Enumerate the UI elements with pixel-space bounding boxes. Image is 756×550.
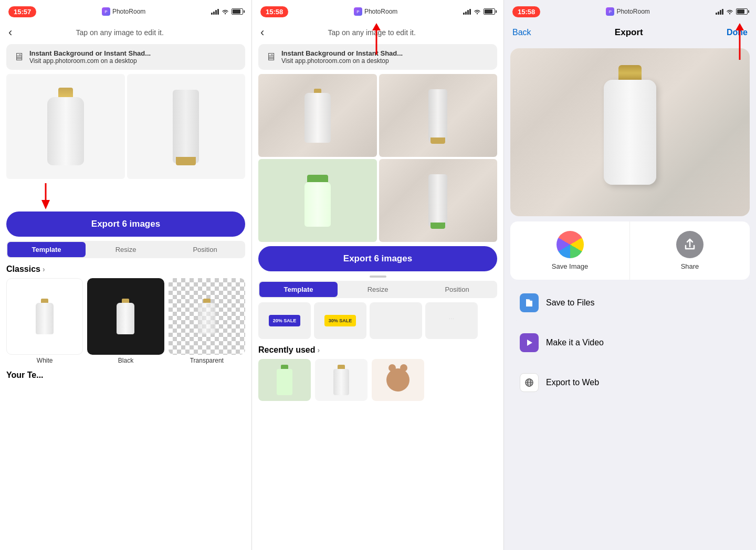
nav-bar-1: ‹ Tap on any image to edit it. <box>0 21 251 44</box>
tab-position-2[interactable]: Position <box>418 282 496 297</box>
product-cell-tr[interactable] <box>379 74 498 157</box>
phone-3: 15:58 P PhotoRoom <box>504 0 756 550</box>
sale-template-2[interactable]: 30% SALE <box>314 302 366 339</box>
sale-badge-2: 30% SALE <box>324 315 356 326</box>
photos-icon-3 <box>556 231 584 258</box>
your-templates-section-1: Your Te... <box>0 368 251 384</box>
app-name-1: PhotoRoom <box>112 8 145 15</box>
recent-template-1[interactable] <box>258 359 311 401</box>
sale-badge-1: 20% SALE <box>269 315 301 326</box>
status-bar-2: 15:58 P PhotoRoom <box>252 0 503 21</box>
save-share-section-3: Save Image Share <box>510 221 750 280</box>
save-to-files-label-3: Save to Files <box>546 298 594 308</box>
recent-template-2[interactable] <box>315 359 368 401</box>
signal-icon-1 <box>211 9 219 15</box>
battery-icon-3 <box>736 8 748 15</box>
share-option-3[interactable]: Share <box>630 221 750 280</box>
sale-template-3[interactable] <box>370 302 422 339</box>
video-icon-3 <box>520 333 539 352</box>
status-bar-3: 15:58 P PhotoRoom <box>504 0 756 21</box>
product-cell-bl[interactable] <box>258 159 377 242</box>
bottle-cap-3 <box>618 65 642 81</box>
banner-subtitle-1: Visit app.photoroom.com on a desktop <box>29 57 137 65</box>
svg-marker-9 <box>527 340 532 346</box>
save-image-option-3[interactable]: Save Image <box>510 221 630 280</box>
tab-template-2[interactable]: Template <box>259 282 338 297</box>
export-title-3: Export <box>615 27 643 38</box>
tab-bar-2: Template Resize Position <box>258 281 497 298</box>
product-cell-tl[interactable] <box>258 74 377 157</box>
export-btn-container-2: Export 6 images <box>258 246 497 271</box>
product-preview-3 <box>510 48 750 216</box>
product-grid-2 <box>258 74 497 242</box>
template-white-1[interactable]: White <box>6 278 83 364</box>
classics-chevron-1: › <box>43 265 45 273</box>
signal-icon-2 <box>463 9 471 15</box>
recent-template-3[interactable] <box>372 359 424 401</box>
status-time-1: 15:57 <box>8 6 36 17</box>
status-app-1: P PhotoRoom <box>102 7 145 16</box>
app-name-2: PhotoRoom <box>364 8 397 15</box>
recently-used-section-2: Recently used › <box>252 343 503 359</box>
export-list-3: Save to Files Make it a Video <box>510 285 750 400</box>
back-button-2[interactable]: ‹ <box>260 26 264 39</box>
photoroom-icon-3: P <box>606 7 614 16</box>
make-video-item-3[interactable]: Make it a Video <box>510 325 750 361</box>
sale-template-4[interactable]: · · · <box>425 302 478 339</box>
banner-text-2: Instant Background or Instant Shad... Vi… <box>281 49 403 65</box>
back-button-3[interactable]: Back <box>512 28 531 37</box>
product-cell-br[interactable] <box>379 159 498 242</box>
sale-template-1[interactable]: 20% SALE <box>258 302 311 339</box>
recently-used-label-2: Recently used <box>258 345 315 355</box>
done-arrow-3 <box>732 23 748 62</box>
export-web-item-3[interactable]: Export to Web <box>510 365 750 400</box>
classics-section-1: Classics › <box>0 262 251 278</box>
svg-point-0 <box>225 13 226 14</box>
bottle-body-3 <box>604 80 656 185</box>
arrow-down-1 <box>38 183 54 209</box>
photoroom-icon-2: P <box>354 7 362 16</box>
web-icon-3 <box>520 373 539 392</box>
app-name-3: PhotoRoom <box>616 8 649 15</box>
status-icons-1 <box>211 8 243 15</box>
phone-2: 15:58 P PhotoRoom <box>252 0 504 550</box>
status-bar-1: 15:57 P PhotoRoom <box>0 0 251 21</box>
export-btn-container-1: Export 6 images <box>6 211 245 237</box>
nav-title-1: Tap on any image to edit it. <box>76 28 164 37</box>
template-black-label-1: Black <box>118 357 133 364</box>
wifi-icon-3 <box>726 8 734 15</box>
battery-icon-2 <box>484 8 495 15</box>
template-transparent-label-1: Transparent <box>190 357 224 364</box>
status-time-2: 15:58 <box>260 6 288 17</box>
tab-position-1[interactable]: Position <box>166 242 244 257</box>
save-to-files-item-3[interactable]: Save to Files <box>510 285 750 321</box>
template-transparent-1[interactable]: Transparent <box>169 278 245 364</box>
tab-resize-1[interactable]: Resize <box>87 242 165 257</box>
tab-template-1[interactable]: Template <box>7 242 86 257</box>
share-arrow-2 <box>369 23 384 57</box>
product-image-1[interactable] <box>6 74 125 179</box>
export-nav-3: Back Export Done <box>504 21 756 44</box>
share-icon-3 <box>676 231 704 258</box>
product-image-2[interactable] <box>127 74 246 179</box>
signal-icon-3 <box>716 9 723 15</box>
tab-resize-2[interactable]: Resize <box>339 282 417 297</box>
export-button-2[interactable]: Export 6 images <box>258 246 497 271</box>
svg-point-3 <box>477 13 478 14</box>
desktop-icon-1: 🖥 <box>14 51 24 63</box>
banner-1: 🖥 Instant Background or Instant Shad... … <box>6 44 245 70</box>
banner-title-1: Instant Background or Instant Shad... <box>29 49 151 57</box>
status-app-3: P PhotoRoom <box>606 7 649 16</box>
svg-point-6 <box>729 13 730 14</box>
export-web-label-3: Export to Web <box>546 378 599 387</box>
back-button-1[interactable]: ‹ <box>8 26 12 39</box>
wifi-icon-2 <box>473 8 481 15</box>
status-icons-2 <box>463 8 495 15</box>
template-black-1[interactable]: Black <box>87 278 164 364</box>
recently-used-chevron-2: › <box>317 346 320 354</box>
your-templates-label-1: Your Te... <box>6 371 44 380</box>
status-app-2: P PhotoRoom <box>354 7 397 16</box>
template-grid-1: White Black Transparent <box>0 278 251 364</box>
export-button-1[interactable]: Export 6 images <box>6 211 245 237</box>
share-label-3: Share <box>681 262 699 270</box>
